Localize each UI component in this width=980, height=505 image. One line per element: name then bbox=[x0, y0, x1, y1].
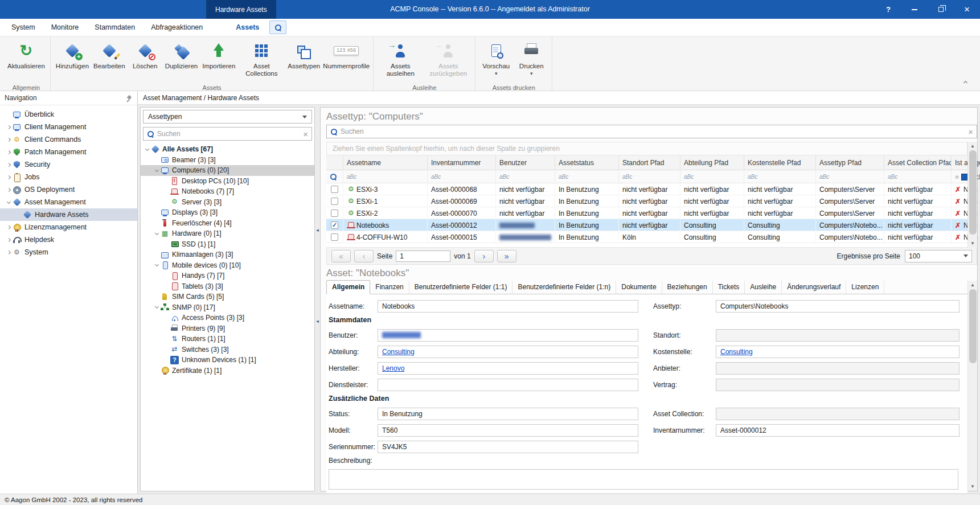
next-page-button[interactable]: › bbox=[474, 250, 494, 262]
row-checkbox[interactable] bbox=[331, 198, 338, 205]
scroll-down-icon[interactable]: ▼ bbox=[968, 239, 977, 248]
filter-cell[interactable]: aBc bbox=[884, 170, 952, 183]
tree-item-access-points-3-3[interactable]: Access Points (3) [3] bbox=[141, 313, 314, 323]
column-header-assettyp-pfad[interactable]: Assettyp Pfad bbox=[816, 155, 884, 170]
tree-item-mobile-devices-0-10[interactable]: Mobile devices (0) [10] bbox=[141, 260, 314, 271]
column-header-abteilung-pfad[interactable]: Abteilung Pfad bbox=[680, 155, 744, 170]
filter-cell[interactable]: aBc bbox=[744, 170, 816, 183]
tab-benutzerdefinierte-felder-1-1[interactable]: Benutzerdefinierte Felder (1:1) bbox=[409, 281, 513, 294]
per-page-select[interactable]: 100 bbox=[905, 250, 972, 262]
table-row-notebooks[interactable]: ✓NotebooksAsset-0000012In Benutzungnicht… bbox=[326, 219, 967, 231]
maximize-button[interactable] bbox=[928, 0, 954, 19]
column-header-benutzer[interactable]: Benutzer bbox=[496, 155, 555, 170]
tree-item-server-3-3[interactable]: ⚙Server (3) [3] bbox=[141, 197, 314, 208]
hersteller-field[interactable]: Lenovo bbox=[378, 362, 638, 375]
ribbon-button-bearbeiten[interactable]: Bearbeiten bbox=[91, 38, 128, 84]
tree-item-beamer-3-3[interactable]: Beamer (3) [3] bbox=[141, 155, 314, 166]
clear-search-icon[interactable]: × bbox=[303, 130, 308, 138]
filter-cell[interactable]: aBc bbox=[496, 170, 555, 183]
page-number-input[interactable]: 1 bbox=[396, 251, 450, 262]
column-header-inventarnummer[interactable]: Inventarnummer bbox=[428, 155, 496, 170]
chevron-right-icon[interactable] bbox=[5, 188, 13, 191]
hersteller-link[interactable]: Lenovo bbox=[382, 364, 404, 372]
tab-beziehungen[interactable]: Beziehungen bbox=[662, 281, 713, 294]
tab-finanzen[interactable]: Finanzen bbox=[370, 281, 409, 294]
dienstleister-field[interactable] bbox=[378, 379, 638, 391]
chevron-right-icon[interactable] bbox=[5, 226, 13, 229]
tree-item-alle-assets-67[interactable]: Alle Assets [67] bbox=[141, 144, 314, 155]
tab-lizenzen[interactable]: Lizenzen bbox=[846, 281, 884, 294]
anbieter-field[interactable] bbox=[716, 362, 960, 375]
ribbon-button-assettypen[interactable]: Assettypen bbox=[285, 38, 322, 84]
sidebar-item-client-commands[interactable]: ⚙Client Commands bbox=[0, 133, 137, 146]
chevron-down-icon[interactable] bbox=[5, 202, 13, 203]
table-row-4-coffuh-w10[interactable]: 4-COFFUH-W10Asset-0000015In BenutzungKöl… bbox=[326, 231, 967, 243]
chevron-down-icon[interactable] bbox=[153, 233, 161, 235]
tree-item-snmp-0-17[interactable]: SNMP (0) [17] bbox=[141, 302, 314, 313]
column-header-assetstatus[interactable]: Assetstatus bbox=[555, 155, 619, 170]
filter-cell[interactable]: aBc bbox=[428, 170, 496, 183]
menu-item-assets[interactable]: Assets bbox=[228, 19, 267, 36]
filter-cell[interactable]: aBc bbox=[555, 170, 619, 183]
scroll-up-icon[interactable]: ▲ bbox=[968, 281, 977, 289]
ribbon-button-drucken[interactable]: Drucken▾ bbox=[514, 38, 549, 84]
chevron-right-icon[interactable] bbox=[5, 239, 13, 241]
tree-item-desktop-pcs-10-10[interactable]: Desktop PCs (10) [10] bbox=[141, 176, 314, 187]
assettypen-dropdown[interactable]: Assettypen bbox=[143, 110, 312, 124]
assetname-field[interactable]: Notebooks bbox=[378, 300, 638, 313]
sidebar-item-patch-management[interactable]: Patch Management bbox=[0, 146, 137, 158]
ribbon-button-duplizieren[interactable]: Duplizieren bbox=[163, 38, 200, 84]
ribbon-collapse-button[interactable] bbox=[960, 78, 971, 86]
last-page-button[interactable]: » bbox=[497, 250, 516, 262]
asset-list-search-input[interactable]: Suchen × bbox=[326, 125, 977, 138]
tree-item-sim-cards-5-5[interactable]: SIM Cards (5) [5] bbox=[141, 291, 314, 302]
tree-item-printers-9-9[interactable]: Printers (9) [9] bbox=[141, 323, 314, 334]
chevron-right-icon[interactable] bbox=[5, 176, 13, 179]
tree-item-switches-3-3[interactable]: ⇄Switches (3) [3] bbox=[141, 344, 314, 355]
chevron-right-icon[interactable] bbox=[5, 151, 13, 154]
scrollbar-thumb[interactable] bbox=[969, 289, 977, 363]
sidebar-item-überblick[interactable]: Überblick bbox=[0, 108, 137, 121]
pin-icon[interactable] bbox=[125, 95, 133, 102]
clear-search-icon[interactable]: × bbox=[968, 128, 973, 136]
row-checkbox[interactable] bbox=[331, 210, 338, 217]
help-button[interactable]: ? bbox=[875, 0, 901, 19]
panel-splitter[interactable]: ◂ ◂ bbox=[315, 105, 320, 494]
table-row-esxi-2[interactable]: ⚙ESXi-2Asset-0000070nicht verfügbarIn Be… bbox=[326, 207, 967, 219]
filter-cell[interactable]: aBc bbox=[619, 170, 680, 183]
menu-item-stammdaten[interactable]: Stammdaten bbox=[87, 19, 143, 36]
table-scrollbar[interactable]: ▲ ▼ bbox=[967, 142, 977, 248]
row-checkbox[interactable]: ✓ bbox=[331, 221, 338, 229]
ribbon-button-vorschau[interactable]: Vorschau▾ bbox=[478, 38, 514, 84]
benutzer-field[interactable] bbox=[378, 329, 638, 342]
tree-search-input[interactable]: Suchen × bbox=[143, 127, 312, 141]
row-checkbox[interactable] bbox=[331, 233, 338, 241]
tree-item-notebooks-7-7[interactable]: Notebooks (7) [7] bbox=[141, 186, 314, 197]
table-row-esxi-3[interactable]: ⚙ESXi-3Asset-0000068nicht verfügbarIn Be… bbox=[326, 183, 967, 195]
row-checkbox[interactable] bbox=[331, 186, 338, 193]
ribbon-button-nummernprofile[interactable]: 123 456Nummernprofile bbox=[322, 38, 370, 84]
collapse-left-icon[interactable]: ◂ bbox=[316, 227, 319, 233]
tree-item-tablets-3-3[interactable]: Tablets (3) [3] bbox=[141, 281, 314, 292]
ribbon-button-asset-collections[interactable]: Asset Collections bbox=[237, 38, 285, 84]
chevron-down-icon[interactable] bbox=[153, 170, 161, 171]
menu-item-monitore[interactable]: Monitore bbox=[43, 19, 87, 36]
tree-item-klimaanlagen-3-3[interactable]: Klimaanlagen (3) [3] bbox=[141, 249, 314, 260]
tab-dokumente[interactable]: Dokumente bbox=[616, 281, 662, 294]
chevron-right-icon[interactable] bbox=[5, 251, 13, 254]
collapse-left-icon[interactable]: ◂ bbox=[316, 318, 319, 324]
menu-item-system[interactable]: System bbox=[3, 19, 43, 36]
chevron-right-icon[interactable] bbox=[5, 138, 13, 141]
tab-allgemein[interactable]: Allgemein bbox=[326, 280, 370, 294]
sidebar-item-hardware-assets[interactable]: Hardware Assets bbox=[0, 208, 137, 221]
modell-field[interactable]: T560 bbox=[378, 424, 638, 437]
tree-item-handys-7-7[interactable]: Handys (7) [7] bbox=[141, 270, 314, 281]
scroll-up-icon[interactable]: ▲ bbox=[968, 142, 977, 150]
inventarnummer-field[interactable]: Asset-0000012 bbox=[716, 424, 960, 437]
abteilung-field[interactable]: Consulting bbox=[378, 346, 638, 358]
column-header-standort-pfad[interactable]: Standort Pfad bbox=[619, 155, 680, 170]
scroll-down-icon[interactable]: ▼ bbox=[968, 482, 977, 491]
ribbon-button-löschen[interactable]: Löschen bbox=[128, 38, 163, 84]
previous-page-button[interactable]: ‹ bbox=[354, 250, 374, 262]
minimize-button[interactable] bbox=[901, 0, 928, 19]
